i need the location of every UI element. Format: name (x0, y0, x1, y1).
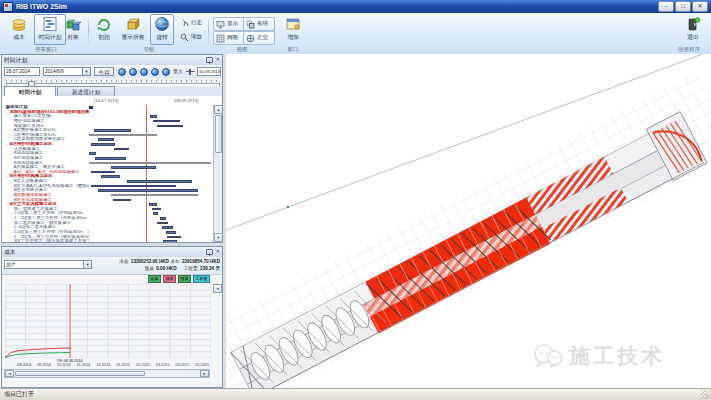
cost-hscrollbar[interactable]: ◄ ► (4, 369, 210, 378)
range-start-label: [10.07.2014] (94, 98, 118, 103)
nav-orb-3[interactable] (140, 68, 148, 76)
gantt-bar[interactable] (101, 175, 120, 178)
cost-summary: 净值: 13300253.00 HKD 成本: 22919854.70 HKD … (97, 259, 220, 272)
gantt-bar[interactable] (157, 125, 183, 128)
gantt-bar[interactable] (91, 171, 115, 174)
group-label-view: 视图 (213, 46, 271, 53)
date-picker-combo[interactable]: 2014/6/9 ▼ (43, 67, 91, 76)
minimize-button[interactable]: – (658, 1, 674, 12)
display-toggle[interactable]: 显示 (213, 17, 245, 31)
resize-grip[interactable] (701, 390, 710, 399)
gantt-bar[interactable] (113, 199, 132, 202)
grid-toggle[interactable]: 网格 (213, 31, 245, 45)
gantt-bar[interactable] (91, 185, 175, 188)
legend-chip[interactable]: 预算 (178, 275, 191, 283)
gantt-bar[interactable] (127, 180, 191, 183)
legend-chip[interactable]: 收益 (148, 275, 161, 283)
scale-slider-thumb[interactable] (189, 69, 191, 75)
gantt-bar[interactable] (98, 138, 114, 141)
objects-button[interactable]: 对象 (60, 14, 86, 45)
scroll-up-arrow[interactable]: ▲ (214, 105, 222, 114)
gantt-chart-area (89, 105, 213, 242)
initial-view-button[interactable]: 初始 (92, 14, 116, 45)
scroll-left-arrow[interactable]: ◄ (5, 370, 14, 377)
group-separator (208, 16, 209, 45)
gantt-bar[interactable] (111, 166, 156, 169)
task-row[interactable]: 3段土方开挖工（钢支撑及混凝土支撑土） (3, 239, 89, 242)
3d-viewport[interactable]: 施工技术 (226, 54, 711, 388)
end-date-field[interactable]: 10.09.2014 (197, 67, 221, 76)
scroll-right-arrow[interactable]: ► (200, 370, 209, 377)
combo-arrow-icon[interactable]: ▼ (83, 261, 91, 268)
x-tick: 08.2014 (17, 363, 31, 367)
pin-icon[interactable] (206, 249, 213, 255)
scroll-down-arrow[interactable]: ▼ (214, 233, 222, 242)
group-toggle[interactable]: 有组 (243, 17, 275, 31)
legend-chip[interactable]: 工程量 (193, 275, 210, 283)
pin-icon[interactable] (206, 57, 213, 63)
close-panel-icon[interactable]: ✕ (215, 248, 220, 255)
gantt-vscrollbar[interactable]: ▲ ▼ (213, 105, 222, 242)
gantt-bar[interactable] (91, 143, 115, 146)
maximize-button[interactable]: □ (675, 1, 691, 12)
gantt-bar[interactable] (89, 106, 93, 109)
chart-side-button[interactable]: ◄ (213, 284, 222, 293)
start-date-field[interactable]: 28.07.2014 (4, 67, 40, 76)
gantt-bar[interactable] (149, 203, 158, 206)
tab-new-schedule[interactable]: 新进度计划 (57, 86, 115, 96)
exit-button[interactable]: 退出 (680, 14, 706, 45)
gantt-bar[interactable] (163, 240, 177, 242)
watermark-text: 施工技术 (569, 342, 665, 370)
origin-marker (287, 206, 290, 209)
nav-orb-1[interactable] (118, 68, 126, 76)
today-button[interactable]: 今日 (94, 67, 114, 76)
gantt-bar[interactable] (157, 222, 168, 225)
gantt-bar[interactable] (160, 217, 166, 220)
range-end-label: [08.09.2014] (174, 98, 198, 103)
close-button[interactable]: ✕ (692, 1, 708, 12)
gantt-bar[interactable] (150, 115, 157, 118)
gantt-bar[interactable] (162, 226, 173, 229)
gantt-bar[interactable] (114, 148, 129, 151)
gantt-bar[interactable] (89, 152, 96, 155)
gantt-bar[interactable] (89, 162, 211, 164)
zoom-button[interactable]: 缩放 (180, 31, 202, 43)
ortho-toggle[interactable]: 正交 (243, 31, 275, 45)
gantt-bar[interactable] (89, 134, 157, 136)
tab-timeplan[interactable]: 时间计划 (4, 86, 56, 96)
close-panel-icon[interactable]: ✕ (215, 56, 220, 63)
gantt-bar[interactable] (153, 212, 158, 215)
x-tick: 02.2015 (136, 363, 150, 367)
rotate-button[interactable]: 旋转 (150, 14, 174, 45)
gantt-bar[interactable] (152, 208, 161, 211)
cost-view-combo[interactable]: 总计 ▼ (4, 260, 92, 269)
nav-orb-5[interactable] (162, 68, 170, 76)
x-tick: 03.2015 (156, 363, 170, 367)
x-tick: 04.2015 (176, 363, 190, 367)
gantt-bar[interactable] (98, 189, 198, 192)
gantt-bar[interactable] (95, 157, 126, 160)
recycle-icon (96, 16, 112, 32)
nav-orb-2[interactable] (129, 68, 137, 76)
cost-hscroll-thumb[interactable] (15, 371, 145, 376)
gantt-bar[interactable] (166, 231, 176, 234)
window-title: RIB iTWO 2Sim (16, 3, 67, 10)
nav-orb-4[interactable] (151, 68, 159, 76)
combo-arrow-icon[interactable]: ▼ (82, 68, 90, 75)
show-all-button[interactable]: 显示所有 (118, 14, 148, 45)
gantt-bar[interactable] (94, 129, 131, 132)
gantt-bar[interactable] (153, 120, 179, 123)
chart-legend: 收益成本预算工程量 (2, 275, 210, 283)
cost-curve-chart (5, 284, 211, 358)
series-收益 (5, 353, 70, 358)
timeplan-panel: 时间计划 ✕ 28.07.2014 2014/6/9 ▼ 今日 显示 10.09… (1, 54, 223, 243)
cost-button[interactable]: 成本 (6, 14, 32, 45)
wechat-icon (533, 343, 563, 369)
gantt-bar[interactable] (167, 236, 181, 239)
add-window-button[interactable]: 增加 (280, 14, 306, 45)
walk-button[interactable]: 行走 (180, 17, 202, 29)
legend-chip[interactable]: 成本 (163, 275, 176, 283)
gantt-vscroll-thumb[interactable] (215, 115, 222, 153)
gantt-bar[interactable] (111, 194, 198, 196)
show-scale-label: 显示 (173, 68, 183, 74)
